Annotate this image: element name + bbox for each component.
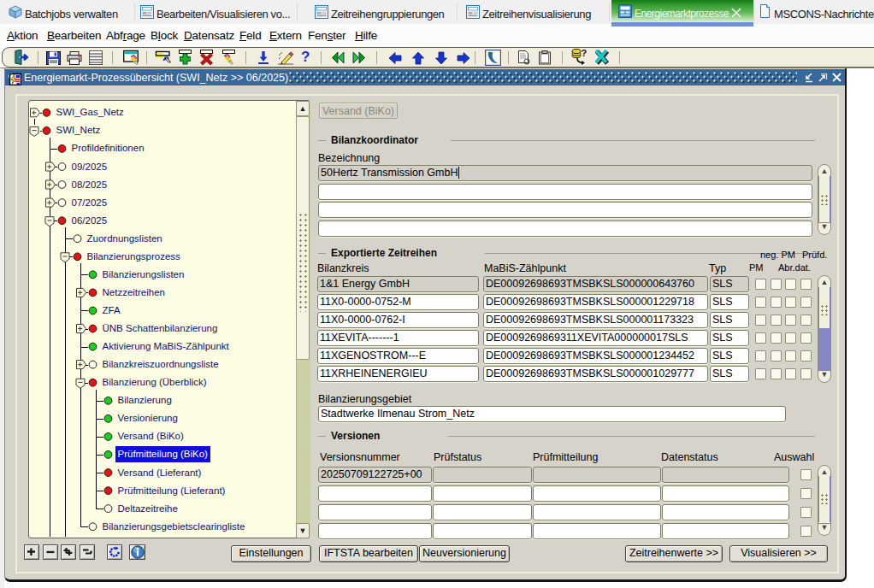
svg-text:?: ? xyxy=(582,49,588,58)
